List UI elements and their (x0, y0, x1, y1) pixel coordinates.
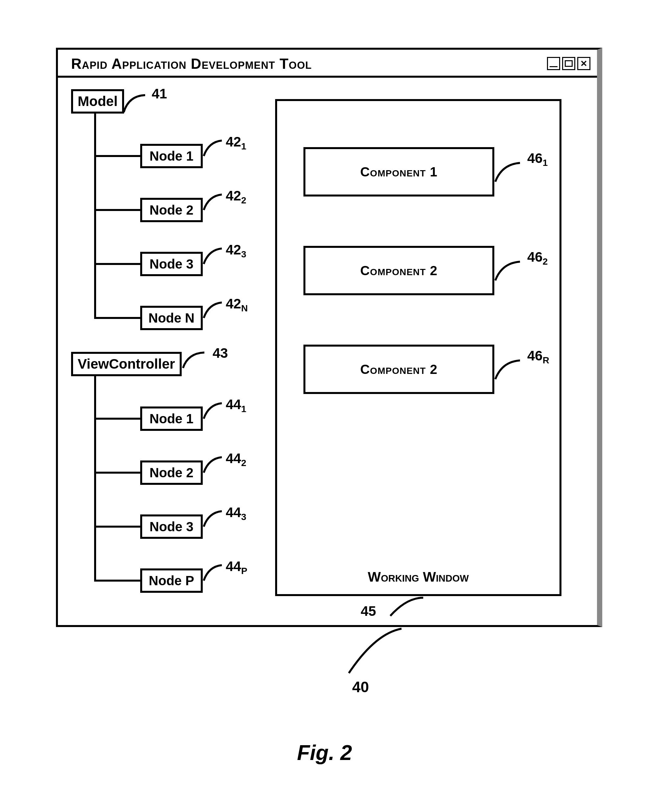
tree-node[interactable]: Node 1 (140, 406, 203, 431)
tree-node-label: Node 1 (150, 411, 193, 426)
callout-curve (202, 300, 228, 323)
tree2-h2 (94, 472, 140, 474)
tree-node-label: Node N (148, 311, 194, 325)
working-window-panel: Working Window Component 1 461 Component… (275, 99, 562, 596)
callout-curve (494, 259, 527, 285)
tree-node-label: Node 2 (150, 466, 193, 480)
tree-node[interactable]: Node N (140, 306, 203, 330)
ref-45: 45 (361, 603, 376, 619)
tree-node-label: Node 2 (150, 203, 193, 218)
ref-43: 43 (212, 345, 228, 361)
ref-46-2: 462 (527, 249, 548, 267)
callout-curve (181, 350, 211, 373)
tree-root-model[interactable]: Model (71, 89, 124, 114)
tree2-spine (94, 376, 96, 580)
ref-42-3: 423 (226, 242, 246, 260)
component-box[interactable]: Component 2 (304, 345, 494, 394)
ref-41: 41 (152, 86, 167, 102)
component-box[interactable]: Component 1 (304, 147, 494, 197)
ref-42-N: 42N (226, 296, 248, 314)
working-window-label: Working Window (277, 569, 559, 585)
callout-curve (202, 192, 228, 215)
patent-figure-page: Rapid Application Development Tool ✕ Mod… (0, 0, 649, 812)
tree1-h1 (94, 155, 140, 157)
tree2-h1 (94, 418, 140, 420)
callout-curve (202, 401, 228, 424)
component-label: Component 2 (360, 263, 437, 278)
tree-root-viewcontroller[interactable]: ViewController (71, 352, 182, 376)
app-window: Rapid Application Development Tool ✕ Mod… (56, 48, 602, 627)
tree-node[interactable]: Node 1 (140, 144, 203, 168)
tree-node-label: Node 1 (150, 149, 193, 163)
ref-44-P: 44P (226, 559, 247, 576)
tree-node[interactable]: Node 3 (140, 514, 203, 539)
ref-46-R: 46R (527, 348, 549, 366)
tree-node-label: Node 3 (150, 519, 193, 534)
ref-44-2: 442 (226, 450, 246, 469)
callout-curve (494, 358, 527, 384)
tree-node[interactable]: Node 3 (140, 252, 203, 276)
callout-curve (122, 93, 152, 116)
tree2-h4 (94, 580, 140, 582)
ref-42-2: 422 (226, 188, 246, 206)
tree1-h4 (94, 317, 140, 319)
ref-42-1: 421 (226, 134, 246, 152)
titlebar: Rapid Application Development Tool ✕ (58, 50, 597, 78)
tree-root-label: Model (78, 93, 118, 109)
tree1-h2 (94, 209, 140, 211)
callout-curve (202, 508, 228, 531)
callout-curve (202, 246, 228, 269)
tree-node-label: Node 3 (150, 257, 193, 272)
tree-root-label: ViewController (78, 356, 175, 372)
component-label: Component 1 (360, 165, 437, 179)
callout-curve (494, 160, 527, 187)
window-controls: ✕ (547, 57, 590, 70)
tree-node[interactable]: Node P (140, 568, 203, 593)
tree-node[interactable]: Node 2 (140, 461, 203, 485)
callout-curve (202, 563, 228, 586)
tree1-h3 (94, 263, 140, 265)
component-box[interactable]: Component 2 (304, 246, 494, 295)
ref-44-3: 443 (226, 505, 246, 522)
window-title: Rapid Application Development Tool (71, 56, 312, 72)
ref-40: 40 (352, 678, 369, 696)
tree1-spine (94, 114, 96, 317)
figure-caption: Fig. 2 (0, 740, 649, 765)
ref-44-1: 441 (226, 397, 246, 414)
component-label: Component 2 (360, 362, 437, 377)
callout-curve (387, 596, 426, 619)
callout-curve (202, 455, 228, 478)
ref-46-1: 461 (527, 150, 548, 168)
close-icon[interactable]: ✕ (577, 57, 590, 70)
callout-curve (345, 627, 411, 676)
tree2-h3 (94, 526, 140, 528)
callout-curve (202, 138, 228, 161)
tree-node[interactable]: Node 2 (140, 198, 203, 222)
maximize-icon[interactable] (562, 57, 575, 70)
minimize-icon[interactable] (547, 57, 560, 70)
tree-node-label: Node P (149, 573, 194, 588)
